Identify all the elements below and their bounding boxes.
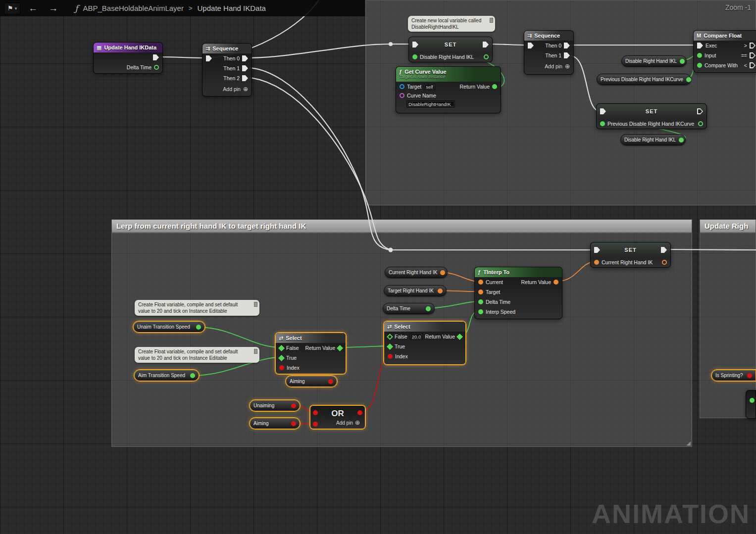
float-out-pin[interactable] <box>196 325 201 330</box>
node-select-1[interactable]: ⇄ Select False Return Value True Index <box>275 333 346 374</box>
float-pin[interactable] <box>412 54 417 59</box>
float-out-pin[interactable] <box>686 77 691 82</box>
node-update-hand-ikdata[interactable]: ▦ Update Hand IKData Delta Time <box>93 42 163 74</box>
node-get-curve-value[interactable]: ƒ Get Curve Value Target is Anim Instanc… <box>396 66 501 113</box>
exec-out-pin[interactable] <box>242 65 248 71</box>
node-sequence-2[interactable]: ⇉ Sequence Then 0 Then 1 Add pin ⊕ <box>524 30 574 75</box>
float-out-pin[interactable] <box>484 54 489 59</box>
exec-in-pin[interactable] <box>594 247 600 253</box>
false-value-box[interactable]: 20.0 <box>410 333 423 340</box>
exec-out-pin[interactable] <box>750 62 756 68</box>
float-out-pin[interactable] <box>680 59 685 64</box>
exec-out-pin[interactable] <box>661 247 667 253</box>
add-pin-button[interactable]: Add pin ⊕ <box>223 86 248 93</box>
bool-out-pin[interactable] <box>328 379 333 384</box>
transform-pin[interactable] <box>478 290 483 294</box>
forward-button[interactable]: → <box>46 3 61 14</box>
float-out-pin[interactable] <box>698 121 703 126</box>
exec-in-pin[interactable] <box>412 42 418 48</box>
transform-out-pin[interactable] <box>662 260 667 265</box>
comment-title[interactable]: Lerp from current right hand IK to targe… <box>111 219 692 233</box>
exec-in-pin[interactable] <box>206 55 212 61</box>
bool-out-pin[interactable] <box>291 403 296 408</box>
bool-pin[interactable] <box>313 422 318 427</box>
node-set-previous-disable-curve[interactable]: SET Previous Disable Right Hand IKCurve <box>596 103 707 129</box>
pill-unaiming[interactable]: Unaiming <box>250 400 300 411</box>
float-pin[interactable] <box>697 63 702 68</box>
bool-pin[interactable] <box>313 410 318 415</box>
clipped-node-right-edge[interactable] <box>746 390 756 419</box>
pill-aim-transition-speed[interactable]: Aim Transition Speed <box>134 370 199 381</box>
bool-out-pin[interactable] <box>291 421 296 426</box>
note-pin-icon[interactable] <box>254 302 257 307</box>
blueprint-graph-canvas[interactable]: Lerp from current right hand IK to targe… <box>0 0 756 534</box>
exec-in-pin[interactable] <box>600 108 606 114</box>
transform-out-pin[interactable] <box>438 289 443 293</box>
exec-out-pin[interactable] <box>750 43 756 49</box>
pill-delta-time[interactable]: Delta Time <box>383 303 435 314</box>
wildcard-pin[interactable] <box>387 334 393 340</box>
exec-out-pin[interactable] <box>242 75 248 81</box>
curve-name-input[interactable]: DisableRightHandIK <box>406 100 455 107</box>
bool-pin[interactable] <box>388 354 393 359</box>
pill-unaim-transition-speed[interactable]: Unaim Transition Speed <box>133 321 205 333</box>
name-pin[interactable] <box>400 93 404 98</box>
exec-in-pin[interactable] <box>697 43 703 49</box>
note-pin-icon[interactable] <box>490 18 493 23</box>
float-pin[interactable] <box>478 309 483 314</box>
resize-handle-icon[interactable]: ◢ <box>687 440 691 446</box>
note-bubble-float-var-1[interactable]: Create Float variable, compile and set d… <box>135 300 259 316</box>
exec-out-pin[interactable] <box>242 55 248 61</box>
pill-target-right-hand-ik[interactable]: Target Right Hand IK <box>384 285 447 296</box>
node-set-current-right-hand-ik[interactable]: SET Current Right Hand IK <box>590 242 671 268</box>
float-out-pin[interactable] <box>426 306 431 311</box>
node-or[interactable]: OR Add pin ⊕ <box>310 405 365 429</box>
note-pin-icon[interactable] <box>254 349 257 354</box>
float-pin[interactable] <box>697 53 702 58</box>
wildcard-pin[interactable] <box>387 343 393 350</box>
float-out-pin[interactable] <box>154 65 159 70</box>
note-bubble-float-var-2[interactable]: Create Float variable, compile and set d… <box>135 347 259 363</box>
float-pin[interactable] <box>600 121 605 126</box>
transform-out-pin[interactable] <box>554 280 558 285</box>
float-out-pin[interactable] <box>679 138 684 143</box>
node-tinterp-to[interactable]: ƒ TInterp To Current Return Value Target… <box>474 267 562 319</box>
wildcard-pin[interactable] <box>278 355 285 361</box>
node-select-2[interactable]: ⇄ Select False 20.0 Return Value True In… <box>384 321 466 365</box>
exec-out-pin[interactable] <box>153 54 159 60</box>
comment-title[interactable]: Update Righ <box>700 219 756 233</box>
add-pin-button[interactable]: Add pin ⊕ <box>545 63 570 70</box>
breadcrumb-root[interactable]: ABP_BaseHoldableAnimLayer <box>83 4 183 12</box>
pill-previous-disable-curve[interactable]: Previous Disable Right Hand IKCurve <box>597 74 691 85</box>
float-pin[interactable] <box>478 299 483 304</box>
transform-out-pin[interactable] <box>440 270 445 275</box>
bool-out-pin[interactable] <box>357 410 362 415</box>
note-bubble-local-var[interactable]: Create new local variable called Disable… <box>408 16 495 32</box>
object-pin[interactable] <box>400 84 404 89</box>
exec-in-pin[interactable] <box>528 43 534 49</box>
add-pin-button[interactable]: Add pin ⊕ <box>336 419 360 426</box>
pill-current-right-hand-ik[interactable]: Current Right Hand IK <box>385 267 448 278</box>
exec-out-pin[interactable] <box>564 43 570 49</box>
bool-out-pin[interactable] <box>747 373 752 378</box>
exec-out-pin[interactable] <box>750 52 756 58</box>
pill-aiming-1[interactable]: Aiming <box>286 376 337 387</box>
float-out-pin[interactable] <box>492 84 497 89</box>
pill-disable-right-hand-ikl[interactable]: Disable Right Hand IKL <box>621 55 687 67</box>
float-pin[interactable] <box>750 398 755 403</box>
pill-aiming-2[interactable]: Aiming <box>250 418 300 429</box>
transform-pin[interactable] <box>478 280 483 285</box>
exec-out-pin[interactable] <box>483 42 489 48</box>
transform-pin[interactable] <box>594 260 599 265</box>
wildcard-out-pin[interactable] <box>456 334 463 340</box>
bookmark-button[interactable]: ⚑ ▾ <box>4 2 20 14</box>
wildcard-pin[interactable] <box>278 345 285 351</box>
pill-disable-right-hand-ikl-2[interactable]: Disable Right Hand IKL <box>620 134 686 146</box>
pill-is-sprinting[interactable]: Is Sprinting? <box>711 370 756 381</box>
float-out-pin[interactable] <box>190 373 195 378</box>
bool-pin[interactable] <box>279 365 284 370</box>
node-compare-float[interactable]: M Compare Float Exec > Input == Compare … <box>693 30 756 73</box>
target-value-box[interactable]: self <box>424 83 435 90</box>
exec-out-pin[interactable] <box>697 108 703 114</box>
back-button[interactable]: ← <box>25 3 41 14</box>
